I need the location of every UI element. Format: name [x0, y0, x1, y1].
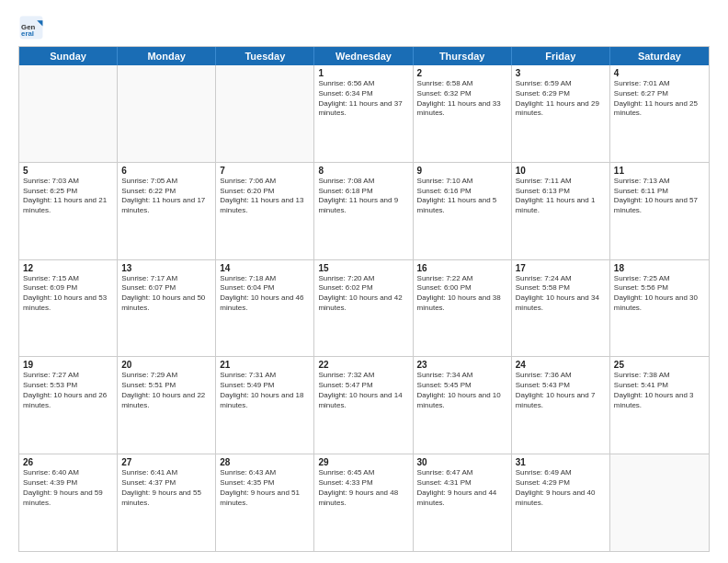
day-content: Sunrise: 7:25 AMSunset: 5:56 PMDaylight:…: [614, 274, 705, 314]
day-number: 19: [23, 360, 113, 370]
day-content: Sunrise: 7:10 AMSunset: 6:16 PMDaylight:…: [417, 177, 507, 216]
day-content: Sunrise: 6:41 AMSunset: 4:37 PMDaylight:…: [121, 468, 211, 508]
day-number: 4: [614, 68, 705, 78]
day-number: 1: [318, 68, 408, 78]
day-cell-31: 31Sunrise: 6:49 AMSunset: 4:29 PMDayligh…: [512, 454, 610, 551]
day-cell-15: 15Sunrise: 7:20 AMSunset: 6:02 PMDayligh…: [314, 260, 413, 357]
day-content: Sunrise: 6:45 AMSunset: 4:33 PMDaylight:…: [318, 468, 408, 508]
day-content: Sunrise: 6:43 AMSunset: 4:35 PMDaylight:…: [220, 468, 310, 508]
calendar-header: SundayMondayTuesdayWednesdayThursdayFrid…: [19, 47, 709, 65]
day-cell-19: 19Sunrise: 7:27 AMSunset: 5:53 PMDayligh…: [19, 357, 118, 454]
day-cell-6: 6Sunrise: 7:05 AMSunset: 6:22 PMDaylight…: [118, 163, 216, 259]
calendar: SundayMondayTuesdayWednesdayThursdayFrid…: [18, 46, 710, 552]
day-content: Sunrise: 6:49 AMSunset: 4:29 PMDaylight:…: [516, 468, 606, 508]
week-row-5: 26Sunrise: 6:40 AMSunset: 4:39 PMDayligh…: [19, 454, 709, 551]
day-cell-18: 18Sunrise: 7:25 AMSunset: 5:56 PMDayligh…: [610, 260, 709, 357]
day-cell-27: 27Sunrise: 6:41 AMSunset: 4:37 PMDayligh…: [118, 454, 216, 551]
day-cell-7: 7Sunrise: 7:06 AMSunset: 6:20 PMDaylight…: [216, 163, 314, 259]
day-content: Sunrise: 7:06 AMSunset: 6:20 PMDaylight:…: [220, 177, 310, 216]
day-cell-16: 16Sunrise: 7:22 AMSunset: 6:00 PMDayligh…: [414, 260, 512, 357]
day-number: 14: [220, 263, 310, 273]
day-content: Sunrise: 7:38 AMSunset: 5:41 PMDaylight:…: [614, 371, 705, 410]
day-content: Sunrise: 7:17 AMSunset: 6:07 PMDaylight:…: [121, 274, 211, 314]
day-number: 25: [614, 360, 705, 370]
day-number: 20: [121, 360, 211, 370]
header-day-friday: Friday: [512, 47, 610, 65]
day-content: Sunrise: 7:24 AMSunset: 5:58 PMDaylight:…: [516, 274, 606, 314]
day-content: Sunrise: 7:03 AMSunset: 6:25 PMDaylight:…: [23, 177, 113, 216]
day-content: Sunrise: 7:15 AMSunset: 6:09 PMDaylight:…: [23, 274, 113, 314]
calendar-body: 1Sunrise: 6:56 AMSunset: 6:34 PMDaylight…: [19, 65, 709, 551]
day-number: 30: [417, 457, 507, 467]
empty-cell: [216, 65, 314, 162]
day-number: 10: [516, 166, 606, 176]
day-number: 21: [220, 360, 310, 370]
day-number: 12: [23, 263, 113, 273]
day-number: 3: [516, 68, 606, 78]
day-content: Sunrise: 6:47 AMSunset: 4:31 PMDaylight:…: [417, 468, 507, 508]
empty-cell: [19, 65, 118, 162]
empty-cell: [610, 454, 709, 551]
day-content: Sunrise: 7:34 AMSunset: 5:45 PMDaylight:…: [417, 371, 507, 410]
day-content: Sunrise: 7:32 AMSunset: 5:47 PMDaylight:…: [318, 371, 408, 410]
day-content: Sunrise: 7:31 AMSunset: 5:49 PMDaylight:…: [220, 371, 310, 410]
day-number: 22: [318, 360, 408, 370]
day-number: 9: [417, 166, 507, 176]
day-content: Sunrise: 7:27 AMSunset: 5:53 PMDaylight:…: [23, 371, 113, 410]
day-cell-5: 5Sunrise: 7:03 AMSunset: 6:25 PMDaylight…: [19, 163, 118, 259]
day-number: 6: [121, 166, 211, 176]
day-content: Sunrise: 7:08 AMSunset: 6:18 PMDaylight:…: [318, 177, 408, 216]
day-number: 8: [318, 166, 408, 176]
day-cell-25: 25Sunrise: 7:38 AMSunset: 5:41 PMDayligh…: [610, 357, 709, 454]
day-number: 18: [614, 263, 705, 273]
day-cell-23: 23Sunrise: 7:34 AMSunset: 5:45 PMDayligh…: [414, 357, 512, 454]
page-header: Gen eral: [18, 15, 710, 40]
day-number: 13: [121, 263, 211, 273]
day-number: 28: [220, 457, 310, 467]
day-number: 11: [614, 166, 705, 176]
day-content: Sunrise: 7:18 AMSunset: 6:04 PMDaylight:…: [220, 274, 310, 314]
day-cell-8: 8Sunrise: 7:08 AMSunset: 6:18 PMDaylight…: [314, 163, 413, 259]
day-number: 24: [516, 360, 606, 370]
day-cell-9: 9Sunrise: 7:10 AMSunset: 6:16 PMDaylight…: [414, 163, 512, 259]
week-row-1: 1Sunrise: 6:56 AMSunset: 6:34 PMDaylight…: [19, 65, 709, 163]
day-cell-26: 26Sunrise: 6:40 AMSunset: 4:39 PMDayligh…: [19, 454, 118, 551]
day-content: Sunrise: 7:01 AMSunset: 6:27 PMDaylight:…: [614, 79, 705, 119]
day-cell-1: 1Sunrise: 6:56 AMSunset: 6:34 PMDaylight…: [314, 65, 413, 162]
logo: Gen eral: [18, 15, 48, 40]
day-cell-2: 2Sunrise: 6:58 AMSunset: 6:32 PMDaylight…: [414, 65, 512, 162]
day-content: Sunrise: 7:13 AMSunset: 6:11 PMDaylight:…: [614, 177, 705, 216]
day-number: 16: [417, 263, 507, 273]
day-cell-4: 4Sunrise: 7:01 AMSunset: 6:27 PMDaylight…: [610, 65, 709, 162]
day-cell-14: 14Sunrise: 7:18 AMSunset: 6:04 PMDayligh…: [216, 260, 314, 357]
day-content: Sunrise: 7:20 AMSunset: 6:02 PMDaylight:…: [318, 274, 408, 314]
day-cell-21: 21Sunrise: 7:31 AMSunset: 5:49 PMDayligh…: [216, 357, 314, 454]
day-cell-3: 3Sunrise: 6:59 AMSunset: 6:29 PMDaylight…: [512, 65, 610, 162]
header-day-monday: Monday: [118, 47, 216, 65]
day-cell-20: 20Sunrise: 7:29 AMSunset: 5:51 PMDayligh…: [118, 357, 216, 454]
day-cell-29: 29Sunrise: 6:45 AMSunset: 4:33 PMDayligh…: [314, 454, 413, 551]
day-content: Sunrise: 7:05 AMSunset: 6:22 PMDaylight:…: [121, 177, 211, 216]
day-number: 2: [417, 68, 507, 78]
day-cell-13: 13Sunrise: 7:17 AMSunset: 6:07 PMDayligh…: [118, 260, 216, 357]
day-content: Sunrise: 6:59 AMSunset: 6:29 PMDaylight:…: [516, 79, 606, 119]
day-number: 5: [23, 166, 113, 176]
day-content: Sunrise: 6:58 AMSunset: 6:32 PMDaylight:…: [417, 79, 507, 119]
day-cell-22: 22Sunrise: 7:32 AMSunset: 5:47 PMDayligh…: [314, 357, 413, 454]
header-day-tuesday: Tuesday: [216, 47, 314, 65]
day-number: 31: [516, 457, 606, 467]
day-cell-24: 24Sunrise: 7:36 AMSunset: 5:43 PMDayligh…: [512, 357, 610, 454]
day-content: Sunrise: 6:40 AMSunset: 4:39 PMDaylight:…: [23, 468, 113, 508]
day-content: Sunrise: 7:36 AMSunset: 5:43 PMDaylight:…: [516, 371, 606, 410]
day-number: 29: [318, 457, 408, 467]
day-cell-11: 11Sunrise: 7:13 AMSunset: 6:11 PMDayligh…: [610, 163, 709, 259]
header-day-saturday: Saturday: [610, 47, 709, 65]
day-cell-28: 28Sunrise: 6:43 AMSunset: 4:35 PMDayligh…: [216, 454, 314, 551]
svg-text:eral: eral: [21, 29, 34, 38]
week-row-4: 19Sunrise: 7:27 AMSunset: 5:53 PMDayligh…: [19, 357, 709, 454]
day-number: 15: [318, 263, 408, 273]
day-content: Sunrise: 7:22 AMSunset: 6:00 PMDaylight:…: [417, 274, 507, 314]
logo-icon: Gen eral: [18, 15, 44, 40]
day-cell-10: 10Sunrise: 7:11 AMSunset: 6:13 PMDayligh…: [512, 163, 610, 259]
day-number: 27: [121, 457, 211, 467]
